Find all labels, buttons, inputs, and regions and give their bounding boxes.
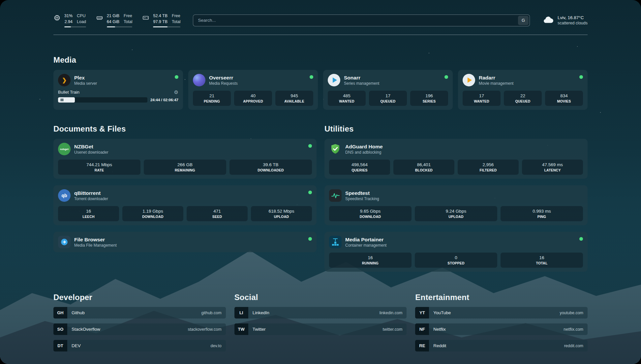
stat-box: 945 AVAILABLE — [275, 91, 313, 106]
section-title-developer: Developer — [53, 293, 226, 302]
bookmark-url: github.com — [201, 311, 222, 315]
stat-box: 9.65 Gbps DOWNLOAD — [329, 206, 412, 221]
disk-free-value: 52.4 TB — [153, 13, 168, 19]
stat-box: 39.6 TB DOWNLOADED — [229, 160, 312, 175]
service-subtitle: Usenet downloader — [74, 150, 108, 155]
section-title-entertainment: Entertainment — [415, 293, 588, 302]
cpu-usage-bar-fill — [64, 26, 71, 27]
bookmark-name: LinkedIn — [253, 310, 269, 315]
now-playing-title: Bullet Train — [58, 90, 79, 95]
service-name: NZBGet — [74, 143, 108, 150]
weather-condition: scattered clouds — [558, 21, 588, 25]
stat-box: 834 MOVIES — [545, 91, 583, 106]
stat-box: 485 WANTED — [328, 91, 366, 106]
background-snow-specks — [0, 0, 1, 1]
bookmark-name: Netflix — [433, 327, 446, 332]
pause-icon — [61, 99, 63, 101]
disk-free-label: Free — [172, 13, 180, 19]
bookmark-abbr: YT — [415, 307, 429, 318]
nzbget-icon: nzbget — [58, 143, 71, 155]
section-title-utilities: Utilities — [324, 124, 588, 134]
bookmark-linkedin[interactable]: LI LinkedIn linkedin.com — [234, 307, 407, 318]
memory-total-label: Total — [124, 19, 132, 25]
service-card-portainer[interactable]: Media Portainer Container management 16 … — [324, 232, 588, 272]
service-card-overseerr[interactable]: Overseerr Media Requests 21 PENDING 40 A… — [188, 70, 318, 110]
search-input[interactable] — [193, 15, 530, 26]
section-title-media: Media — [53, 55, 588, 65]
bookmark-group-social: Social LI LinkedIn linkedin.com TW Twitt… — [234, 293, 407, 351]
service-name: Media Portainer — [345, 236, 386, 243]
bookmark-twitter[interactable]: TW Twitter twitter.com — [234, 323, 407, 335]
service-name: Plex — [74, 75, 97, 81]
cpu-usage-bar — [64, 26, 86, 27]
service-subtitle: Container management — [345, 243, 386, 248]
service-name: Overseerr — [209, 75, 238, 81]
service-card-radarr[interactable]: Radarr Movie management 17 WANTED 22 QUE… — [458, 70, 588, 110]
status-dot — [444, 75, 448, 79]
stat-box: 196 SERIES — [410, 91, 448, 106]
bookmark-url: netflix.com — [564, 327, 583, 332]
bookmark-youtube[interactable]: YT YouTube youtube.com — [415, 307, 588, 318]
disk-usage-bar — [153, 26, 180, 27]
bookmark-github[interactable]: GH Github github.com — [53, 307, 226, 318]
status-dot — [175, 75, 178, 79]
service-card-plex[interactable]: ❯ Plex Media server Bullet Train ⚙ — [53, 70, 183, 110]
gear-icon[interactable]: ⚙ — [174, 90, 178, 95]
service-name: Sonarr — [344, 75, 379, 81]
stat-box: 498,564 QUERIES — [329, 160, 390, 175]
cpu-load-label: Load — [77, 19, 86, 25]
bookmark-group-entertainment: Entertainment YT YouTube youtube.com NF … — [415, 293, 588, 351]
bookmark-abbr: GH — [53, 307, 67, 318]
stat-box: 21 PENDING — [193, 91, 231, 106]
service-name: Speedtest — [345, 190, 379, 196]
status-dot — [579, 237, 583, 241]
stat-box: 47.569 ms LATENCY — [522, 160, 583, 175]
adguard-icon — [329, 143, 342, 155]
cloud-icon — [542, 15, 554, 25]
bookmark-dev[interactable]: DT DEV dev.to — [53, 340, 226, 351]
plex-icon: ❯ — [58, 74, 71, 86]
stat-box: 16 LEECH — [58, 206, 119, 221]
cpu-load-value: 2.94 — [65, 19, 73, 25]
portainer-icon — [329, 236, 342, 248]
bookmark-abbr: SO — [53, 323, 67, 335]
stat-box: 471 SEED — [187, 206, 248, 221]
service-card-adguard[interactable]: AdGuard Home DNS and adblocking 498,564 … — [324, 139, 588, 179]
service-card-qbittorrent[interactable]: qb qBittorrent Torrent downloader 16 LEE… — [53, 185, 317, 225]
disk-usage-bar-fill — [153, 26, 168, 27]
service-subtitle: Media Requests — [209, 81, 238, 86]
top-bar: 31% 2.94 CPU Load — [53, 13, 588, 27]
speedtest-icon — [329, 189, 342, 202]
service-card-speedtest[interactable]: Speedtest Speedtest Tracking 9.65 Gbps D… — [324, 185, 588, 225]
cpu-percent: 31% — [64, 13, 73, 19]
bookmark-url: dev.to — [211, 344, 222, 348]
search-bar: G — [193, 15, 530, 26]
bookmark-reddit[interactable]: RE Reddit reddit.com — [415, 340, 588, 351]
header-divider — [53, 35, 588, 35]
cpu-stat: 31% 2.94 CPU Load — [53, 13, 86, 27]
stat-box: 17 QUEUED — [369, 91, 407, 106]
search-provider-button[interactable]: G — [518, 16, 529, 25]
stat-box: 17 WANTED — [463, 91, 501, 106]
qbittorrent-icon: qb — [58, 189, 71, 202]
radarr-icon — [463, 74, 475, 86]
service-subtitle: Movie management — [479, 81, 513, 86]
service-name: AdGuard Home — [345, 143, 383, 150]
service-subtitle: Series management — [344, 81, 379, 86]
bookmark-netflix[interactable]: NF Netflix netflix.com — [415, 323, 588, 335]
status-dot — [308, 144, 312, 148]
stat-box: 618.52 Mbps UPLOAD — [251, 206, 312, 221]
section-documents: Documents & Files nzbget NZBGet Usenet d… — [53, 124, 317, 252]
service-subtitle: Torrent downloader — [74, 197, 108, 201]
service-subtitle: Media server — [74, 81, 97, 86]
bookmark-stackoverflow[interactable]: SO StackOverflow stackoverflow.com — [53, 323, 226, 335]
stat-box: 1.19 Gbps DOWNLOAD — [122, 206, 183, 221]
service-card-filebrowser[interactable]: File Browser Media File Management — [53, 232, 317, 252]
memory-usage-bar-fill — [107, 26, 115, 27]
filebrowser-icon — [58, 236, 71, 248]
bookmark-abbr: LI — [234, 307, 248, 318]
service-card-sonarr[interactable]: Sonarr Series management 485 WANTED 17 Q… — [323, 70, 453, 110]
service-card-nzbget[interactable]: nzbget NZBGet Usenet downloader 744.21 M… — [53, 139, 317, 179]
stat-box: 9.24 Gbps UPLOAD — [415, 206, 497, 221]
service-subtitle: Media File Management — [74, 243, 117, 248]
